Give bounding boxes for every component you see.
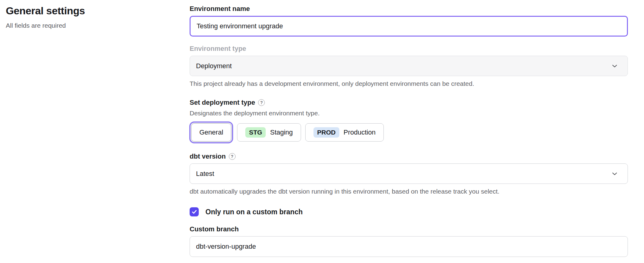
custom-branch-checkbox[interactable] <box>190 207 199 216</box>
help-icon[interactable]: ? <box>258 99 265 106</box>
dbt-version-value: Latest <box>196 170 214 178</box>
chevron-down-icon <box>612 65 617 68</box>
environment-name-input[interactable] <box>190 16 628 37</box>
page-title: General settings <box>6 4 190 17</box>
environment-type-label: Environment type <box>190 44 628 53</box>
dbt-version-select[interactable]: Latest <box>190 163 628 184</box>
check-icon <box>192 210 197 214</box>
environment-name-label: Environment name <box>190 4 628 13</box>
custom-branch-checkbox-label[interactable]: Only run on a custom branch <box>205 208 303 216</box>
environment-type-select: Deployment <box>190 56 628 76</box>
deployment-type-label: Set deployment type <box>190 98 255 107</box>
deployment-type-staging-button[interactable]: STG Staging <box>237 123 301 142</box>
deployment-type-staging-label: Staging <box>270 128 293 136</box>
deployment-type-general-button[interactable]: General <box>191 123 231 142</box>
deployment-type-production-button[interactable]: PROD Production <box>305 123 384 142</box>
deployment-type-options: General STG Staging PROD Production <box>190 123 628 142</box>
staging-badge: STG <box>245 127 266 138</box>
deployment-type-production-label: Production <box>344 128 376 136</box>
custom-branch-input[interactable] <box>190 236 628 257</box>
custom-branch-label: Custom branch <box>190 225 628 234</box>
environment-type-value: Deployment <box>196 62 232 70</box>
environment-settings-form: Environment name Environment type Deploy… <box>190 0 628 263</box>
page-subtitle: All fields are required <box>6 22 190 29</box>
chevron-down-icon <box>612 172 617 175</box>
production-badge: PROD <box>313 127 339 138</box>
dbt-version-helper: dbt automatically upgrades the dbt versi… <box>190 188 628 195</box>
general-settings-page: General settings All fields are required… <box>0 0 644 263</box>
settings-header: General settings All fields are required <box>0 0 190 263</box>
deployment-type-general-label: General <box>199 128 223 136</box>
help-icon[interactable]: ? <box>229 153 236 160</box>
dbt-version-label: dbt version <box>190 152 226 161</box>
environment-type-helper: This project already has a development e… <box>190 80 628 87</box>
deployment-type-helper: Designates the deployment environment ty… <box>190 110 628 117</box>
